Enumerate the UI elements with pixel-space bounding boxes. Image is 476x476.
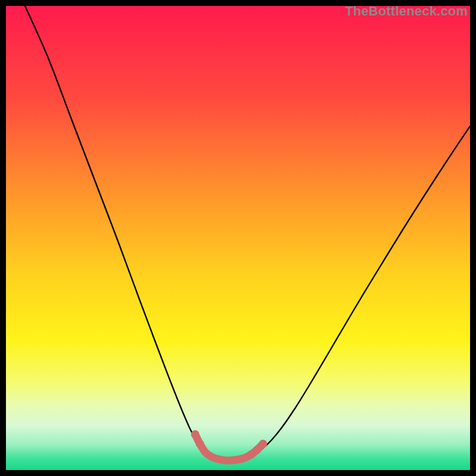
bottleneck-chart: [0, 0, 476, 476]
flat-bottom-highlight-dot: [253, 446, 261, 454]
chart-container: TheBottleneck.com: [0, 0, 476, 476]
plot-background: [6, 6, 470, 470]
watermark-text: TheBottleneck.com: [345, 4, 468, 19]
flat-bottom-highlight-dot: [191, 430, 199, 439]
flat-bottom-highlight-dot: [196, 440, 204, 448]
flat-bottom-highlight-dot: [259, 440, 267, 448]
